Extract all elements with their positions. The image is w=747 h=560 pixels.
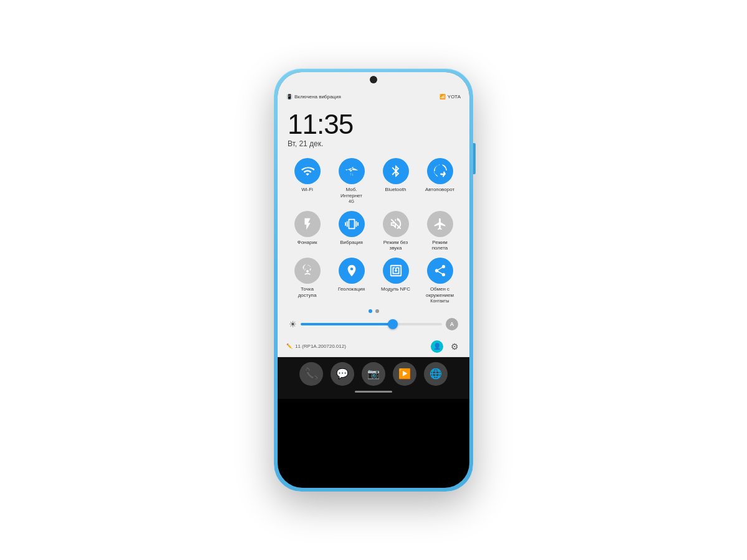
brightness-thumb (388, 319, 398, 329)
bottom-info-bar: ✏️ 11 (RP1A.200720.012) 👤 ⚙ (278, 337, 469, 357)
tile-airplane[interactable]: Режим полета (420, 211, 459, 251)
tile-nearby-label: Обмен сокружениемКонтакты (426, 286, 454, 304)
tile-mobile-icon: ↑↓ (339, 158, 365, 184)
signal-icon: 📶 (439, 94, 446, 100)
brightness-row: ☀ A (288, 318, 459, 330)
home-screen: 📞 💬 📷 ▶️ 🌐 (278, 357, 469, 399)
phone-device: 📳 Включена вибрация 📶 YOTA 11:35 Вт, 21 … (274, 68, 473, 492)
clock-section: 11:35 Вт, 21 дек. (288, 108, 459, 151)
svg-text:↑↓: ↑↓ (349, 172, 353, 176)
tile-silent-label: Режим беззвука (383, 240, 408, 251)
tile-nearby[interactable]: Обмен сокружениемКонтакты (420, 258, 459, 304)
gear-icon: ⚙ (451, 342, 459, 352)
tile-autorotate-icon (427, 158, 453, 184)
tile-airplane-icon (427, 211, 453, 237)
phone-icon: 📞 (304, 367, 318, 381)
tile-wifi[interactable]: Wi-Fi (288, 158, 327, 205)
notch-area (278, 72, 469, 90)
carrier-label: YOTA (448, 94, 461, 100)
vibration-label: Включена вибрация (294, 94, 341, 100)
tile-bluetooth-icon (383, 158, 409, 184)
tile-nearby-icon (427, 258, 453, 284)
avatar-face: 👤 (433, 343, 441, 350)
tile-flashlight-icon (294, 211, 321, 237)
version-text: 11 (RP1A.200720.012) (295, 343, 346, 349)
tile-bluetooth-label: Bluetooth (385, 187, 406, 193)
tile-vibration[interactable]: Вибрация (332, 211, 371, 251)
quick-tiles-grid: Wi-Fi ↑↓ Моб. Интернет4G Bl (288, 158, 459, 304)
camera-icon: 📷 (367, 368, 380, 380)
status-right: 📶 YOTA (439, 94, 461, 100)
brightness-auto-label: A (450, 321, 454, 327)
tile-wifi-icon (294, 158, 321, 184)
tile-location-label: Геолокация (338, 286, 365, 292)
front-camera (370, 76, 377, 83)
brightness-slider[interactable] (301, 323, 442, 325)
clock-date: Вт, 21 дек. (288, 139, 459, 148)
tile-flashlight-label: Фонарик (298, 240, 317, 246)
dock-bar: 📞 💬 📷 ▶️ 🌐 (278, 357, 469, 388)
clock-time: 11:35 (288, 111, 459, 138)
tile-hotspot[interactable]: Точка доступа (288, 258, 327, 304)
dot-1 (369, 309, 372, 313)
tile-vibration-icon (339, 211, 365, 237)
brightness-fill (301, 323, 393, 325)
settings-icon[interactable]: ⚙ (448, 340, 461, 353)
play-icon: ▶️ (398, 368, 411, 380)
phone-screen: 📳 Включена вибрация 📶 YOTA 11:35 Вт, 21 … (278, 72, 469, 488)
vibration-icon: 📳 (286, 94, 293, 100)
tile-location-icon (339, 258, 365, 284)
tile-flashlight[interactable]: Фонарик (288, 211, 327, 251)
brightness-icon: ☀ (289, 319, 297, 329)
tile-silent[interactable]: Режим беззвука (376, 211, 415, 251)
dock-phone[interactable]: 📞 (299, 362, 323, 386)
status-bar: 📳 Включена вибрация 📶 YOTA (278, 90, 469, 103)
tile-wifi-label: Wi-Fi (301, 187, 313, 193)
tile-autorotate-label: Автоповорот (425, 187, 454, 193)
status-left: 📳 Включена вибрация (286, 94, 341, 100)
avatar-icon[interactable]: 👤 (431, 340, 443, 353)
dock-camera[interactable]: 📷 (362, 362, 385, 386)
edit-icon[interactable]: ✏️ (286, 343, 293, 349)
tile-nfc-label: Модуль NFC (381, 286, 410, 292)
dock-chrome[interactable]: 🌐 (424, 362, 448, 386)
dock-play[interactable]: ▶️ (393, 362, 416, 386)
messages-icon: 💬 (336, 368, 349, 380)
bottom-icons: 👤 ⚙ (431, 340, 461, 353)
quick-settings-panel: 📳 Включена вибрация 📶 YOTA 11:35 Вт, 21 … (278, 72, 469, 357)
tile-vibration-label: Вибрация (340, 240, 363, 246)
chrome-icon: 🌐 (430, 368, 442, 380)
tile-nfc[interactable]: Модуль NFC (376, 258, 415, 304)
version-info: ✏️ 11 (RP1A.200720.012) (286, 343, 346, 349)
tile-nfc-icon (383, 258, 409, 284)
page-dots (288, 309, 459, 313)
brightness-auto-button[interactable]: A (446, 318, 458, 330)
tile-autorotate[interactable]: Автоповорот (420, 158, 459, 205)
home-indicator (355, 391, 392, 393)
tile-mobile-label: Моб. Интернет4G (336, 187, 368, 205)
tile-silent-icon (383, 211, 409, 237)
dot-2 (375, 309, 379, 313)
dock-messages[interactable]: 💬 (331, 362, 354, 386)
tile-hotspot-label: Точка доступа (291, 286, 324, 298)
tile-mobile[interactable]: ↑↓ Моб. Интернет4G (332, 158, 371, 205)
tile-hotspot-icon (294, 258, 321, 284)
quick-panel-content: 11:35 Вт, 21 дек. Wi-Fi ↑ (278, 103, 469, 337)
tile-airplane-label: Режим полета (424, 240, 456, 251)
tile-bluetooth[interactable]: Bluetooth (376, 158, 415, 205)
tile-location[interactable]: Геолокация (332, 258, 371, 304)
